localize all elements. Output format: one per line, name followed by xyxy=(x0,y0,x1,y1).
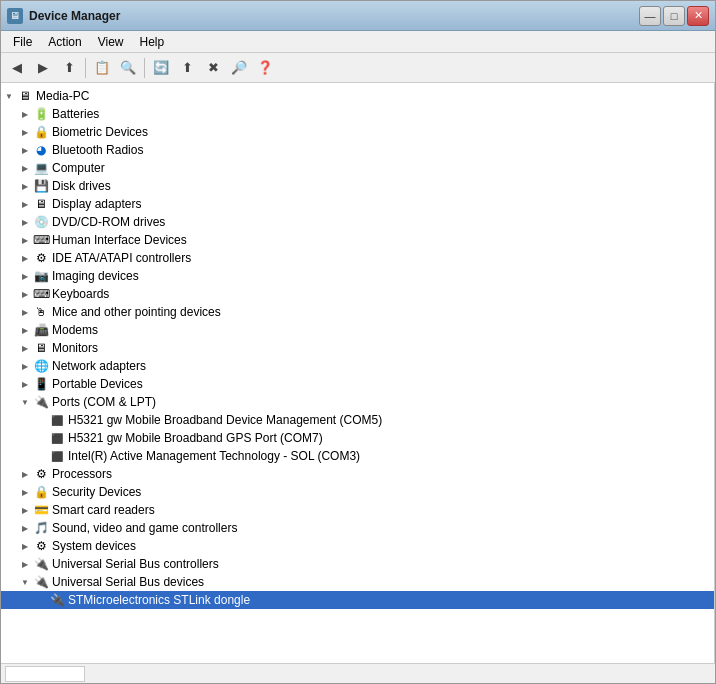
menu-view[interactable]: View xyxy=(90,33,132,51)
update-driver-button[interactable]: ⬆ xyxy=(175,56,199,80)
modems-label: Modems xyxy=(52,323,98,337)
tree-item-disk-drives[interactable]: 💾 Disk drives xyxy=(1,177,714,195)
up-button[interactable]: ⬆ xyxy=(57,56,81,80)
expander-ports[interactable] xyxy=(17,394,33,410)
search-button[interactable]: 🔍 xyxy=(116,56,140,80)
security-label: Security Devices xyxy=(52,485,141,499)
expander-processors[interactable] xyxy=(17,466,33,482)
usb-controllers-icon: 🔌 xyxy=(33,556,49,572)
expander-monitors[interactable] xyxy=(17,340,33,356)
expander-computer[interactable] xyxy=(17,160,33,176)
uninstall-button[interactable]: ✖ xyxy=(201,56,225,80)
menu-help[interactable]: Help xyxy=(132,33,173,51)
back-button[interactable]: ◀ xyxy=(5,56,29,80)
expander-biometric[interactable] xyxy=(17,124,33,140)
monitors-label: Monitors xyxy=(52,341,98,355)
expander-modems[interactable] xyxy=(17,322,33,338)
sound-icon: 🎵 xyxy=(33,520,49,536)
biometric-icon: 🔒 xyxy=(33,124,49,140)
smartcard-label: Smart card readers xyxy=(52,503,155,517)
ide-icon: ⚙ xyxy=(33,250,49,266)
tree-item-dvd[interactable]: 💿 DVD/CD-ROM drives xyxy=(1,213,714,231)
maximize-button[interactable]: □ xyxy=(663,6,685,26)
minimize-button[interactable]: — xyxy=(639,6,661,26)
portable-label: Portable Devices xyxy=(52,377,143,391)
expander-bluetooth[interactable] xyxy=(17,142,33,158)
content-area: 🖥 Media-PC 🔋 Batteries 🔒 Biometric Devic… xyxy=(1,83,715,663)
expander-usb-controllers[interactable] xyxy=(17,556,33,572)
com3-label: Intel(R) Active Management Technology - … xyxy=(68,449,360,463)
expander-disk-drives[interactable] xyxy=(17,178,33,194)
tree-item-biometric[interactable]: 🔒 Biometric Devices xyxy=(1,123,714,141)
keyboards-label: Keyboards xyxy=(52,287,109,301)
ports-label: Ports (COM & LPT) xyxy=(52,395,156,409)
tree-item-imaging[interactable]: 📷 Imaging devices xyxy=(1,267,714,285)
expander-mice[interactable] xyxy=(17,304,33,320)
tree-item-bluetooth[interactable]: ◕ Bluetooth Radios xyxy=(1,141,714,159)
tree-item-modems[interactable]: 📠 Modems xyxy=(1,321,714,339)
expander-network[interactable] xyxy=(17,358,33,374)
menu-bar: File Action View Help xyxy=(1,31,715,53)
tree-item-portable[interactable]: 📱 Portable Devices xyxy=(1,375,714,393)
stlink-label: STMicroelectronics STLink dongle xyxy=(68,593,250,607)
tree-item-com7[interactable]: ⬛ H5321 gw Mobile Broadband GPS Port (CO… xyxy=(1,429,714,447)
expander-keyboards[interactable] xyxy=(17,286,33,302)
tree-item-ide[interactable]: ⚙ IDE ATA/ATAPI controllers xyxy=(1,249,714,267)
device-tree[interactable]: 🖥 Media-PC 🔋 Batteries 🔒 Biometric Devic… xyxy=(1,83,715,663)
expander-smartcard[interactable] xyxy=(17,502,33,518)
hid-icon: ⌨ xyxy=(33,232,49,248)
expander-security[interactable] xyxy=(17,484,33,500)
computer-icon: 💻 xyxy=(33,160,49,176)
expander-batteries[interactable] xyxy=(17,106,33,122)
tree-item-display[interactable]: 🖥 Display adapters xyxy=(1,195,714,213)
system-label: System devices xyxy=(52,539,136,553)
tree-item-sound[interactable]: 🎵 Sound, video and game controllers xyxy=(1,519,714,537)
tree-item-batteries[interactable]: 🔋 Batteries xyxy=(1,105,714,123)
title-bar: 🖥 Device Manager — □ ✕ xyxy=(1,1,715,31)
usb-devices-icon: 🔌 xyxy=(33,574,49,590)
tree-item-keyboards[interactable]: ⌨ Keyboards xyxy=(1,285,714,303)
scan-button[interactable]: 🔎 xyxy=(227,56,251,80)
toolbar-separator-1 xyxy=(85,58,86,78)
menu-action[interactable]: Action xyxy=(40,33,89,51)
expander-display[interactable] xyxy=(17,196,33,212)
expander-usb-devices[interactable] xyxy=(17,574,33,590)
media-pc-icon: 🖥 xyxy=(17,88,33,104)
tree-item-hid[interactable]: ⌨ Human Interface Devices xyxy=(1,231,714,249)
properties-button[interactable]: 📋 xyxy=(90,56,114,80)
tree-item-usb-controllers[interactable]: 🔌 Universal Serial Bus controllers xyxy=(1,555,714,573)
usb-controllers-label: Universal Serial Bus controllers xyxy=(52,557,219,571)
tree-item-computer[interactable]: 💻 Computer xyxy=(1,159,714,177)
tree-item-stlink[interactable]: 🔌 STMicroelectronics STLink dongle xyxy=(1,591,714,609)
network-label: Network adapters xyxy=(52,359,146,373)
expander-sound[interactable] xyxy=(17,520,33,536)
tree-item-network[interactable]: 🌐 Network adapters xyxy=(1,357,714,375)
expander-portable[interactable] xyxy=(17,376,33,392)
tree-item-security[interactable]: 🔒 Security Devices xyxy=(1,483,714,501)
forward-button[interactable]: ▶ xyxy=(31,56,55,80)
expander-media-pc[interactable] xyxy=(1,88,17,104)
tree-item-com3[interactable]: ⬛ Intel(R) Active Management Technology … xyxy=(1,447,714,465)
tree-item-com5[interactable]: ⬛ H5321 gw Mobile Broadband Device Manag… xyxy=(1,411,714,429)
modems-icon: 📠 xyxy=(33,322,49,338)
expander-system[interactable] xyxy=(17,538,33,554)
tree-item-ports[interactable]: 🔌 Ports (COM & LPT) xyxy=(1,393,714,411)
tree-item-usb-devices[interactable]: 🔌 Universal Serial Bus devices xyxy=(1,573,714,591)
close-button[interactable]: ✕ xyxy=(687,6,709,26)
tree-item-media-pc[interactable]: 🖥 Media-PC xyxy=(1,87,714,105)
refresh-button[interactable]: 🔄 xyxy=(149,56,173,80)
usb-devices-label: Universal Serial Bus devices xyxy=(52,575,204,589)
expander-dvd[interactable] xyxy=(17,214,33,230)
tree-item-monitors[interactable]: 🖥 Monitors xyxy=(1,339,714,357)
expander-imaging[interactable] xyxy=(17,268,33,284)
tree-item-processors[interactable]: ⚙ Processors xyxy=(1,465,714,483)
mice-icon: 🖱 xyxy=(33,304,49,320)
tree-item-mice[interactable]: 🖱 Mice and other pointing devices xyxy=(1,303,714,321)
expander-hid[interactable] xyxy=(17,232,33,248)
menu-file[interactable]: File xyxy=(5,33,40,51)
toolbar-separator-2 xyxy=(144,58,145,78)
help-button[interactable]: ❓ xyxy=(253,56,277,80)
tree-item-smartcard[interactable]: 💳 Smart card readers xyxy=(1,501,714,519)
expander-ide[interactable] xyxy=(17,250,33,266)
tree-item-system[interactable]: ⚙ System devices xyxy=(1,537,714,555)
